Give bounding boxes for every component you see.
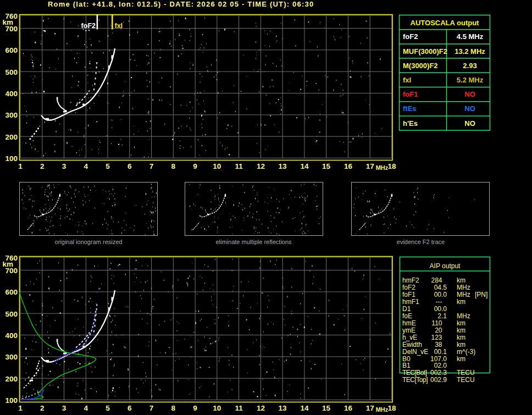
- svg-text:ymE: ymE: [402, 327, 415, 334]
- svg-text:20: 20: [435, 327, 442, 334]
- svg-text:100: 100: [5, 396, 18, 405]
- svg-text:fxI: fxI: [403, 76, 411, 84]
- svg-text:MHz: MHz: [376, 164, 389, 171]
- svg-text:2.1: 2.1: [437, 312, 447, 320]
- svg-text:D1: D1: [402, 305, 411, 313]
- svg-text:10: 10: [213, 404, 221, 412]
- svg-text:300: 300: [5, 111, 18, 119]
- svg-text:3: 3: [62, 404, 66, 412]
- svg-text:15: 15: [322, 162, 331, 170]
- svg-text:16: 16: [344, 404, 353, 412]
- svg-text:MHz: MHz: [376, 406, 389, 413]
- svg-text:5: 5: [106, 162, 110, 170]
- svg-text:200: 200: [5, 375, 18, 383]
- svg-text:4: 4: [84, 162, 88, 170]
- svg-text:TECU: TECU: [457, 369, 475, 377]
- svg-text:eliminate multiple reflections: eliminate multiple reflections: [215, 239, 292, 245]
- svg-text:km: km: [457, 327, 465, 334]
- svg-text:MHz: MHz: [457, 291, 470, 298]
- svg-text:18: 18: [387, 162, 396, 170]
- svg-text:10: 10: [213, 162, 221, 170]
- svg-text:14: 14: [300, 162, 309, 170]
- svg-text:TEC[Top]: TEC[Top]: [402, 376, 428, 384]
- svg-text:13: 13: [279, 162, 287, 170]
- svg-text:6: 6: [128, 162, 132, 170]
- svg-text:00.0: 00.0: [434, 291, 447, 298]
- svg-text:km: km: [457, 276, 465, 284]
- svg-text:NO: NO: [464, 119, 475, 128]
- svg-text:evidence F2 trace: evidence F2 trace: [397, 239, 445, 245]
- svg-text:4.5 MHz: 4.5 MHz: [457, 32, 484, 41]
- svg-text:002.9: 002.9: [430, 376, 447, 384]
- svg-text:100: 100: [5, 154, 18, 163]
- svg-text:5: 5: [106, 404, 110, 412]
- svg-text:original ionogram resized: original ionogram resized: [55, 239, 123, 245]
- svg-text:7: 7: [149, 162, 154, 170]
- svg-text:foF1: foF1: [402, 291, 415, 298]
- svg-text:17: 17: [366, 404, 374, 412]
- svg-text:km: km: [457, 298, 465, 306]
- svg-text:foF2: foF2: [403, 32, 418, 41]
- svg-text:18: 18: [387, 404, 396, 412]
- svg-text:3: 3: [62, 162, 66, 170]
- svg-text:14: 14: [300, 404, 309, 412]
- svg-text:2: 2: [40, 162, 45, 170]
- svg-text:1: 1: [18, 162, 23, 170]
- svg-text:12: 12: [257, 162, 265, 170]
- svg-text:ftEs: ftEs: [403, 104, 417, 113]
- svg-text:15: 15: [322, 404, 331, 412]
- svg-text:DelN_vE: DelN_vE: [402, 348, 428, 356]
- svg-text:TEC[Bot]: TEC[Bot]: [402, 369, 427, 377]
- svg-text:00.1: 00.1: [434, 348, 447, 356]
- svg-text:02.0: 02.0: [434, 362, 447, 369]
- svg-text:00.0: 00.0: [434, 305, 447, 313]
- svg-text:4: 4: [84, 404, 88, 412]
- svg-text:5.2 MHz: 5.2 MHz: [457, 76, 484, 84]
- svg-text:hmE: hmE: [402, 319, 416, 327]
- svg-text:200: 200: [5, 133, 18, 141]
- svg-text:13: 13: [279, 404, 287, 412]
- svg-text:km: km: [457, 334, 465, 341]
- svg-text:12: 12: [257, 404, 265, 412]
- svg-text:NO: NO: [464, 90, 475, 98]
- svg-text:500: 500: [5, 310, 18, 318]
- svg-text:500: 500: [5, 68, 18, 76]
- svg-text:107.0: 107.0: [430, 355, 447, 363]
- svg-text:B1: B1: [402, 362, 411, 369]
- svg-text:600: 600: [5, 46, 18, 54]
- svg-text:11: 11: [235, 404, 243, 412]
- svg-text:m^(-3): m^(-3): [457, 348, 475, 356]
- svg-text:hmF1: hmF1: [402, 298, 419, 306]
- svg-text:2: 2: [40, 404, 45, 412]
- svg-text:284: 284: [431, 276, 442, 284]
- svg-text:foE: foE: [402, 312, 412, 320]
- svg-text:Rome (lat: +41.8, lon: 012.5): Rome (lat: +41.8, lon: 012.5) - DATE: 20…: [48, 0, 314, 8]
- svg-text:1: 1: [18, 404, 23, 412]
- svg-text:400: 400: [5, 331, 18, 340]
- svg-text:600: 600: [5, 288, 18, 296]
- svg-text:Ewidth: Ewidth: [402, 341, 422, 348]
- svg-text:B0: B0: [402, 355, 411, 363]
- svg-text:04.5: 04.5: [434, 284, 447, 291]
- svg-text:h'Es: h'Es: [403, 119, 418, 128]
- svg-text:M(3000)F2: M(3000)F2: [403, 62, 438, 70]
- svg-text:38: 38: [435, 341, 442, 348]
- svg-text:TECU: TECU: [457, 376, 475, 384]
- svg-text:17: 17: [366, 162, 374, 170]
- svg-text:foF2: foF2: [402, 284, 415, 291]
- svg-text:---: ---: [436, 298, 442, 306]
- svg-text:13.2 MHz: 13.2 MHz: [455, 47, 485, 56]
- svg-text:km: km: [457, 341, 465, 348]
- svg-text:123: 123: [431, 334, 442, 341]
- svg-text:2.93: 2.93: [463, 62, 476, 70]
- svg-text:9: 9: [193, 404, 197, 412]
- svg-text:7: 7: [149, 404, 154, 412]
- svg-text:8: 8: [171, 404, 176, 412]
- svg-text:9: 9: [193, 162, 197, 170]
- svg-text:300: 300: [5, 353, 18, 361]
- svg-text:6: 6: [128, 404, 132, 412]
- svg-text:foF2: foF2: [81, 22, 96, 30]
- svg-text:[PN]: [PN]: [475, 291, 487, 298]
- svg-text:MHz: MHz: [457, 312, 470, 320]
- svg-text:km: km: [457, 319, 465, 327]
